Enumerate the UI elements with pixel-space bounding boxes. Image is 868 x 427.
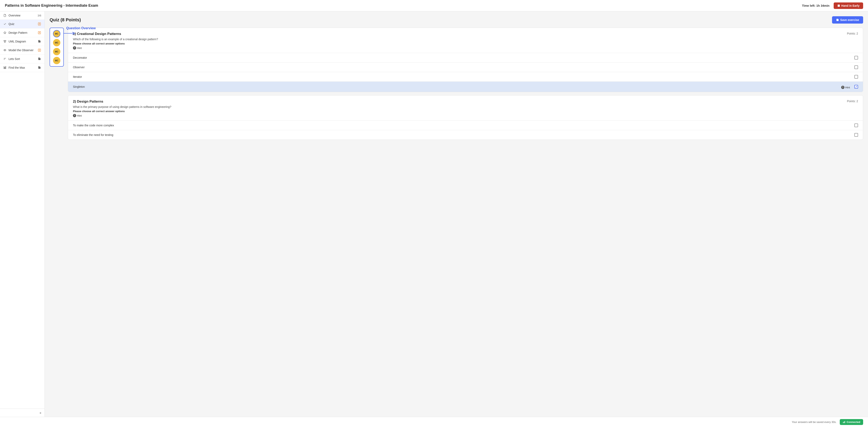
- answer-2-1[interactable]: To make the code more complex: [68, 120, 863, 130]
- answer-1-3[interactable]: Iterator: [68, 72, 863, 82]
- hand-in-button[interactable]: Hand in Early: [834, 2, 863, 9]
- sort-icon: [3, 57, 6, 61]
- svg-rect-17: [844, 422, 844, 423]
- question-card-2: 2) Design Patterns Points: 2 What is the…: [68, 95, 863, 140]
- check-icon: [3, 22, 6, 26]
- question-1-header: 1) Creational Design Patterns Points: 2 …: [68, 28, 863, 50]
- answer-1-2-label: Observer: [73, 66, 85, 69]
- main-content: Quiz (8 Points) Save exercise Question O…: [45, 11, 868, 417]
- sidebar-item-model-observer[interactable]: Model the Observer: [0, 46, 44, 55]
- time-value: 1h 34min: [816, 4, 830, 7]
- mc-badge-2[interactable]: MC: [53, 39, 60, 46]
- svg-rect-4: [4, 40, 5, 41]
- max-icon: [3, 66, 6, 69]
- pattern-icon: [3, 31, 6, 34]
- checkbox-2-2[interactable]: [855, 133, 858, 137]
- bottom-bar: Your answers will be saved every 30s. Co…: [0, 417, 868, 427]
- questions-area: 1) Creational Design Patterns Points: 2 …: [68, 28, 863, 140]
- sidebar-item-overview[interactable]: Overview 3/6: [0, 11, 44, 20]
- svg-marker-2: [4, 31, 6, 34]
- find-max-icon-right: [38, 66, 41, 69]
- question-2-answers: To make the code more complex To elimina…: [68, 120, 863, 140]
- answer-1-1[interactable]: Decoreator: [68, 53, 863, 62]
- question-overview-panel: Question Overview MC MC MC MC: [50, 28, 64, 67]
- save-exercise-button[interactable]: Save exercise: [832, 16, 863, 24]
- sidebar-item-design-pattern[interactable]: Design Pattern: [0, 28, 44, 37]
- question-1-answers: Decoreator Observer Iterat: [68, 53, 863, 92]
- answer-1-3-label: Iterator: [73, 75, 82, 79]
- checkbox-1-4[interactable]: [855, 85, 858, 89]
- question-2-hint[interactable]: ? Hint: [73, 114, 858, 117]
- sort-icon-right: [38, 57, 41, 61]
- question-1-desc: Which of the following is an example of …: [73, 38, 858, 41]
- svg-rect-0: [838, 4, 840, 7]
- mc-badge-1[interactable]: MC: [53, 30, 60, 37]
- sidebar-label-sort: Lets Sort: [8, 57, 20, 61]
- hint-label-1: Hint: [77, 47, 82, 50]
- sidebar-label-overview: Overview: [8, 14, 20, 17]
- mc-badge-3[interactable]: MC: [53, 48, 60, 55]
- uml-icon-right: [38, 40, 41, 43]
- svg-rect-14: [5, 66, 6, 69]
- answer-2-2[interactable]: To eliminate the need for testing: [68, 130, 863, 140]
- time-left: Time left: 1h 34min: [802, 4, 830, 7]
- hand-in-icon: [837, 4, 840, 7]
- svg-rect-12: [4, 67, 4, 69]
- exam-title: Patterns in Software Engineering - Inter…: [5, 3, 98, 8]
- quiz-content-area: Question Overview MC MC MC MC 1) Creatio: [50, 28, 863, 140]
- observer-icon: [3, 49, 6, 52]
- overview-label: Question Overview: [66, 26, 96, 30]
- main-header: Quiz (8 Points) Save exercise: [50, 16, 863, 24]
- save-icon: [836, 19, 839, 21]
- hint-icon-1: ?: [73, 46, 76, 50]
- sidebar-item-lets-sort[interactable]: Lets Sort: [0, 55, 44, 63]
- checkbox-1-2[interactable]: [855, 65, 858, 69]
- doc-icon: [3, 14, 6, 17]
- answer-1-4[interactable]: Singleton ? Hint: [68, 82, 863, 92]
- header-right: Time left: 1h 34min Hand in Early: [802, 2, 863, 9]
- overview-arrow: [63, 32, 75, 35]
- svg-rect-5: [5, 40, 6, 41]
- sidebar-item-uml-diagram[interactable]: UML Diagram: [0, 37, 44, 46]
- sidebar-item-find-max[interactable]: Find the Max: [0, 63, 44, 72]
- svg-rect-16: [843, 422, 843, 423]
- question-1-points: Points: 2: [847, 32, 858, 35]
- svg-rect-13: [5, 67, 5, 69]
- uml-icon: [3, 40, 6, 43]
- answer-1-2[interactable]: Observer: [68, 62, 863, 72]
- sidebar-item-quiz[interactable]: Quiz: [0, 20, 44, 28]
- sidebar-label-quiz: Quiz: [8, 22, 14, 26]
- main-title: Quiz (8 Points): [50, 17, 81, 23]
- connected-icon: [843, 421, 845, 424]
- question-1-instruction: Please choose all correct answer options: [73, 42, 858, 45]
- design-icon-right: [38, 31, 41, 34]
- checkbox-2-1[interactable]: [855, 123, 858, 127]
- connected-badge: Connected: [840, 419, 863, 425]
- answer-2-1-label: To make the code more complex: [73, 124, 114, 127]
- mc-badge-4[interactable]: MC: [53, 57, 60, 64]
- checkbox-1-1[interactable]: [855, 56, 858, 60]
- sidebar: Overview 3/6 Quiz Design Patter: [0, 11, 45, 417]
- answer-1-4-hint[interactable]: ? Hint: [841, 86, 850, 89]
- sidebar-label-uml: UML Diagram: [8, 40, 26, 43]
- sidebar-label-observer: Model the Observer: [8, 49, 33, 52]
- sidebar-collapse-button[interactable]: «: [0, 408, 44, 417]
- overview-badge: 3/6: [38, 14, 41, 17]
- answer-1-4-label: Singleton: [73, 85, 85, 88]
- question-1-title: 1) Creational Design Patterns: [73, 32, 121, 36]
- svg-rect-6: [4, 42, 5, 42]
- quiz-icon-right: [38, 22, 41, 26]
- answer-1-1-label: Decoreator: [73, 56, 87, 59]
- sidebar-label-design-pattern: Design Pattern: [8, 31, 27, 34]
- question-1-hint[interactable]: ? Hint: [73, 46, 858, 50]
- question-2-desc: What is the primary purpose of using des…: [73, 105, 858, 109]
- question-2-instruction: Please choose all correct answer options: [73, 110, 858, 113]
- hint-icon-2: ?: [73, 114, 76, 117]
- hint-label-2: Hint: [77, 114, 82, 117]
- question-2-header: 2) Design Patterns Points: 2 What is the…: [68, 95, 863, 117]
- question-2-title: 2) Design Patterns: [73, 99, 103, 103]
- answer-2-2-label: To eliminate the need for testing: [73, 133, 113, 136]
- hint-icon-singleton: ?: [841, 86, 844, 89]
- checkbox-1-3[interactable]: [855, 75, 858, 79]
- question-card-1: 1) Creational Design Patterns Points: 2 …: [68, 28, 863, 92]
